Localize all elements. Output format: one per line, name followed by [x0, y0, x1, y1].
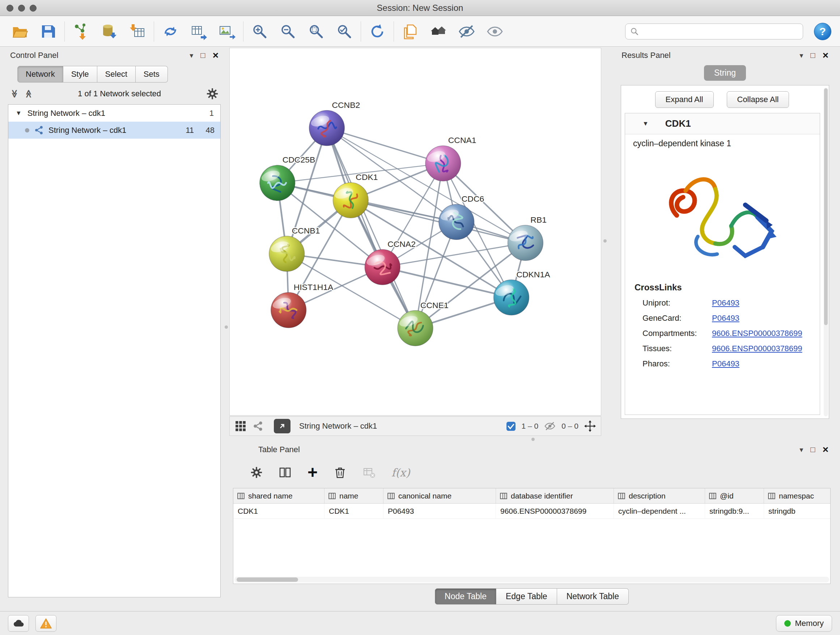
- crosslink-link[interactable]: P06493: [712, 314, 739, 323]
- right-splitter-handle[interactable]: [603, 239, 607, 242]
- tab-network[interactable]: Network: [17, 66, 63, 82]
- network-node-HIST1H1A[interactable]: [271, 293, 306, 328]
- column-header-1[interactable]: name: [325, 488, 384, 503]
- save-session-button[interactable]: [37, 20, 59, 43]
- column-header-6[interactable]: namespac: [764, 488, 831, 503]
- open-in-new-window-button[interactable]: [274, 419, 291, 433]
- entry-collapse-triangle-icon[interactable]: ▼: [643, 120, 649, 127]
- share-view-icon[interactable]: [252, 420, 264, 432]
- maximize-panel-button[interactable]: □: [810, 446, 815, 454]
- tab-node-table[interactable]: Node Table: [435, 588, 496, 605]
- show-columns-button[interactable]: [279, 466, 292, 479]
- network-options-gear-icon[interactable]: [206, 88, 218, 100]
- network-node-CDK1[interactable]: [333, 182, 368, 218]
- network-node-CDC25B[interactable]: [260, 165, 295, 201]
- column-header-2[interactable]: canonical name: [384, 488, 496, 503]
- export-image-button[interactable]: [216, 20, 238, 43]
- column-header-4[interactable]: description: [614, 488, 705, 503]
- float-panel-button[interactable]: ▾: [799, 52, 803, 59]
- show-all-button[interactable]: [427, 20, 450, 43]
- table-cell[interactable]: cyclin–dependent ...: [614, 504, 705, 518]
- function-builder-button[interactable]: f(x): [392, 466, 410, 479]
- table-cell[interactable]: CDK1: [233, 504, 325, 518]
- expand-all-button[interactable]: Expand All: [655, 91, 714, 108]
- table-cell[interactable]: 9606.ENSP00000378699: [496, 504, 614, 518]
- table-options-button[interactable]: [250, 466, 263, 478]
- tab-string[interactable]: String: [704, 65, 746, 81]
- memory-button[interactable]: Memory: [776, 615, 832, 632]
- grid-view-icon[interactable]: [235, 420, 246, 432]
- tab-sets[interactable]: Sets: [136, 66, 168, 82]
- float-panel-button[interactable]: ▾: [189, 52, 193, 59]
- bottom-splitter-handle[interactable]: [531, 438, 535, 441]
- left-splitter-handle[interactable]: [225, 325, 228, 329]
- search-field[interactable]: [625, 24, 803, 40]
- maximize-panel-button[interactable]: □: [810, 51, 815, 59]
- maximize-window-button[interactable]: [30, 5, 36, 11]
- network-node-CDKN1A[interactable]: [494, 280, 529, 315]
- float-panel-button[interactable]: ▾: [799, 446, 803, 453]
- table-row[interactable]: CDK1CDK1P064939606.ENSP00000378699cyclin…: [233, 504, 830, 519]
- zoom-fit-button[interactable]: [305, 20, 327, 43]
- duplicate-network-button[interactable]: [399, 20, 422, 43]
- network-node-CCNB1[interactable]: [269, 236, 305, 272]
- collection-collapse-triangle-icon[interactable]: ▼: [16, 110, 22, 117]
- minimize-window-button[interactable]: [18, 5, 25, 11]
- zoom-in-button[interactable]: [248, 20, 271, 43]
- hide-selected-button[interactable]: [455, 20, 478, 43]
- results-scrollbar[interactable]: [824, 88, 828, 416]
- table-cell[interactable]: CDK1: [325, 504, 384, 518]
- pan-crosshair-icon[interactable]: [584, 420, 596, 432]
- hidden-eye-slash-icon[interactable]: [544, 420, 556, 432]
- expand-all-networks-icon[interactable]: ≫: [24, 89, 33, 98]
- close-panel-button[interactable]: ×: [213, 50, 218, 60]
- delete-column-button[interactable]: [333, 466, 347, 479]
- table-cell[interactable]: stringdb:9...: [705, 504, 764, 518]
- network-row[interactable]: String Network – cdk1 11 48: [8, 122, 220, 139]
- table-cell[interactable]: P06493: [384, 504, 496, 518]
- crosslink-link[interactable]: 9606.ENSP00000378699: [712, 329, 802, 338]
- network-node-CDC6[interactable]: [439, 204, 474, 240]
- column-header-0[interactable]: shared name: [233, 488, 325, 503]
- collapse-all-button[interactable]: Collapse All: [727, 91, 789, 108]
- import-table-from-file-button[interactable]: [126, 20, 149, 43]
- tab-select[interactable]: Select: [97, 66, 136, 82]
- maximize-panel-button[interactable]: □: [201, 51, 205, 59]
- tab-network-table[interactable]: Network Table: [557, 588, 629, 605]
- tab-edge-table[interactable]: Edge Table: [496, 588, 557, 605]
- column-header-5[interactable]: @id: [705, 488, 764, 503]
- network-view-canvas[interactable]: CCNB2CCNA1CDC25BCDK1CDC6RB1CCNB1CCNA2CDK…: [229, 48, 601, 416]
- network-node-CCNE1[interactable]: [398, 310, 433, 346]
- import-network-from-database-button[interactable]: [98, 20, 120, 43]
- create-column-button[interactable]: +: [308, 466, 317, 479]
- table-cell[interactable]: stringdb: [764, 504, 831, 518]
- cloud-status-button[interactable]: [8, 615, 29, 632]
- column-header-3[interactable]: database identifier: [496, 488, 614, 503]
- crosslink-link[interactable]: P06493: [712, 298, 739, 308]
- table-scrollbar-thumb[interactable]: [237, 578, 298, 582]
- tab-style[interactable]: Style: [63, 66, 97, 82]
- results-scrollbar-thumb[interactable]: [824, 88, 828, 325]
- network-edge-CCNB2-CCNE1[interactable]: [327, 128, 415, 328]
- show-hidden-button[interactable]: [484, 20, 506, 43]
- selected-checkbox-icon[interactable]: [506, 421, 516, 431]
- search-input[interactable]: [642, 27, 798, 36]
- zoom-selected-button[interactable]: [333, 20, 355, 43]
- network-node-RB1[interactable]: [508, 225, 543, 261]
- table-horizontal-scrollbar[interactable]: [234, 577, 829, 583]
- zoom-out-button[interactable]: [277, 20, 299, 43]
- refresh-view-button[interactable]: [366, 20, 388, 43]
- network-collection-row[interactable]: ▼ String Network – cdk1 1: [8, 105, 220, 122]
- new-network-from-selection-button[interactable]: [159, 20, 182, 43]
- close-window-button[interactable]: [6, 5, 13, 11]
- crosslink-link[interactable]: P06493: [712, 359, 739, 369]
- network-node-CCNA1[interactable]: [425, 146, 461, 181]
- network-node-CCNB2[interactable]: [309, 111, 345, 146]
- network-graph[interactable]: CCNB2CCNA1CDC25BCDK1CDC6RB1CCNB1CCNA2CDK…: [230, 48, 601, 415]
- open-session-button[interactable]: [9, 20, 31, 43]
- help-button[interactable]: ?: [814, 23, 831, 40]
- network-node-CCNA2[interactable]: [365, 249, 400, 285]
- warnings-button[interactable]: [35, 615, 57, 632]
- export-table-button[interactable]: [187, 20, 210, 43]
- network-edge-CDK1-RB1[interactable]: [351, 200, 525, 243]
